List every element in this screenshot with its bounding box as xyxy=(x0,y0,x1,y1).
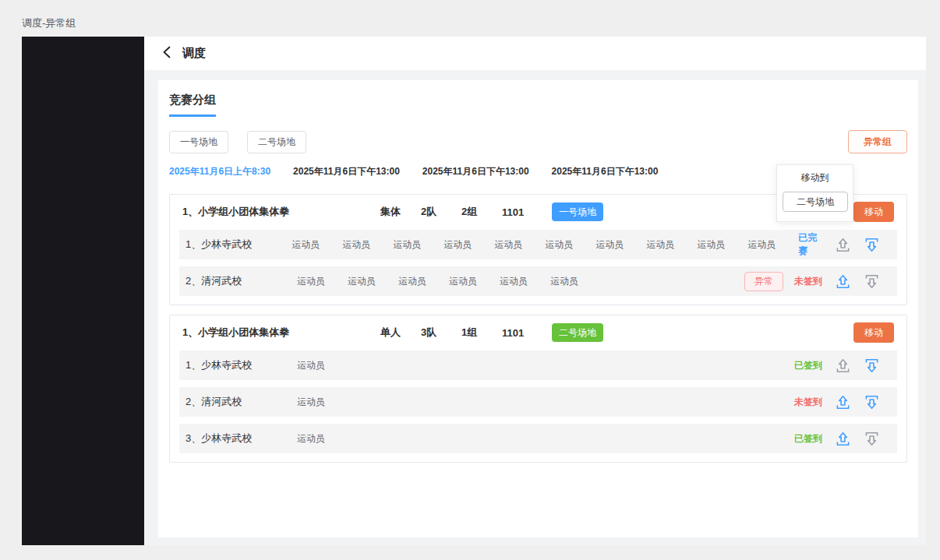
athlete-chip: 运动员 xyxy=(348,275,398,288)
popup-venue-option[interactable]: 二号场地 xyxy=(783,192,848,212)
athlete-chip: 运动员 xyxy=(697,238,747,252)
move-down-button[interactable] xyxy=(864,431,880,447)
signin-status: 已完赛 xyxy=(798,231,822,258)
athlete-chip: 运动员 xyxy=(443,238,494,252)
athlete-list: 运动员 xyxy=(297,359,348,372)
group-type: 集体 xyxy=(380,205,421,219)
group-team-count: 3队 xyxy=(421,326,461,340)
group-group-count: 1组 xyxy=(461,326,502,340)
signin-status: 已签到 xyxy=(794,359,822,372)
move-down-button[interactable] xyxy=(864,357,880,374)
athlete-chip: 运动员 xyxy=(342,238,393,252)
team-rows: 1、少林寺武校 运动员运动员运动员运动员运动员运动员运动员运动员运动员运动员 已… xyxy=(179,230,897,296)
athlete-chip: 运动员 xyxy=(297,396,348,409)
window-title: 调度-异常组 xyxy=(22,16,76,30)
move-to-popup: 移动到 二号场地 xyxy=(776,164,853,222)
move-button[interactable]: 移动 xyxy=(853,202,894,222)
team-rows: 1、少林寺武校 运动员 已签到 xyxy=(179,350,897,453)
arrow-up-tray-icon xyxy=(835,394,851,410)
team-row: 3、少林寺武校 运动员 已签到 xyxy=(179,424,897,453)
arrow-down-tray-icon xyxy=(864,273,880,290)
move-up-button[interactable] xyxy=(835,357,851,374)
group-name: 1、小学组小团体集体拳 xyxy=(179,205,380,219)
athlete-list: 运动员 xyxy=(297,396,348,409)
arrow-down-tray-icon xyxy=(864,357,880,374)
app-frame: 调度 竞赛分组 一号场地 二号场地 异常组 2025年11月6日上午8:30 2… xyxy=(144,37,926,545)
athlete-chip: 运动员 xyxy=(398,275,449,288)
group-code: 1101 xyxy=(502,206,552,218)
venue-tabs: 一号场地 二号场地 xyxy=(169,131,325,153)
team-name: 3、少林寺武校 xyxy=(186,431,297,446)
athlete-list: 运动员运动员运动员运动员运动员运动员运动员运动员运动员运动员 xyxy=(292,238,798,252)
athlete-chip: 运动员 xyxy=(646,238,697,252)
athlete-chip: 运动员 xyxy=(500,275,550,288)
athlete-chip: 运动员 xyxy=(595,238,646,252)
arrow-up-tray-icon xyxy=(835,273,851,290)
group-type: 单人 xyxy=(380,326,421,340)
team-row: 2、清河武校 运动员运动员运动员运动员运动员运动员 异常 未签到 xyxy=(179,266,897,296)
athlete-chip: 运动员 xyxy=(550,275,601,288)
groups-container: 1、小学组小团体集体拳 集体 2队 2组 1101 一号场地 移动 1、少林寺武… xyxy=(169,194,907,463)
team-name: 2、清河武校 xyxy=(186,395,297,409)
popup-title: 移动到 xyxy=(783,171,847,185)
abnormal-badge: 异常 xyxy=(744,272,783,291)
row-actions: 已签到 xyxy=(794,357,880,374)
row-actions: 异常 未签到 xyxy=(744,272,880,291)
group-name: 1、小学组小团体集体拳 xyxy=(179,326,380,340)
athlete-chip: 运动员 xyxy=(297,432,348,446)
venue-badge: 二号场地 xyxy=(552,323,603,342)
athlete-chip: 运动员 xyxy=(297,275,348,288)
venue-tab-button[interactable]: 二号场地 xyxy=(247,131,306,153)
group-code: 1101 xyxy=(502,327,552,339)
venue-badge: 一号场地 xyxy=(552,203,603,221)
date-tab[interactable]: 2025年11月6日下午13:00 xyxy=(422,165,529,178)
date-tab[interactable]: 2025年11月6日下午13:00 xyxy=(552,165,659,178)
signin-status: 未签到 xyxy=(794,275,822,288)
athlete-chip: 运动员 xyxy=(494,238,545,252)
back-button[interactable] xyxy=(161,46,172,61)
group-header: 1、小学组小团体集体拳 单人 3队 1组 1101 二号场地 移动 xyxy=(179,322,897,343)
move-down-button[interactable] xyxy=(864,394,880,410)
athlete-chip: 运动员 xyxy=(297,359,348,372)
arrow-up-tray-icon xyxy=(835,357,851,374)
move-up-button[interactable] xyxy=(835,237,851,253)
row-actions: 已完赛 xyxy=(798,231,880,258)
page-title: 调度 xyxy=(182,46,206,61)
group-team-count: 2队 xyxy=(421,205,461,219)
signin-status: 未签到 xyxy=(794,396,822,409)
group-group-count: 2组 xyxy=(461,205,502,219)
date-tab[interactable]: 2025年11月6日上午8:30 xyxy=(169,165,270,178)
arrow-down-tray-icon xyxy=(864,394,880,410)
move-up-button[interactable] xyxy=(835,431,851,447)
app-header: 调度 xyxy=(144,37,926,70)
team-name: 2、清河武校 xyxy=(186,274,297,288)
athlete-list: 运动员 xyxy=(297,432,348,446)
abnormal-group-button[interactable]: 异常组 xyxy=(848,130,907,153)
venue-tab-button[interactable]: 一号场地 xyxy=(169,131,228,153)
arrow-up-tray-icon xyxy=(835,237,851,253)
athlete-chip: 运动员 xyxy=(292,238,342,252)
athlete-chip: 运动员 xyxy=(747,238,798,252)
move-down-button[interactable] xyxy=(864,273,880,290)
move-up-button[interactable] xyxy=(835,273,851,290)
main-panel: 竞赛分组 一号场地 二号场地 异常组 2025年11月6日上午8:30 2025… xyxy=(158,80,918,537)
left-dark-panel xyxy=(22,37,144,545)
move-up-button[interactable] xyxy=(835,394,851,410)
team-name: 1、少林寺武校 xyxy=(186,358,297,372)
team-row: 2、清河武校 运动员 未签到 xyxy=(179,387,897,417)
athlete-chip: 运动员 xyxy=(449,275,500,288)
team-name: 1、少林寺武校 xyxy=(186,238,292,252)
athlete-chip: 运动员 xyxy=(393,238,443,252)
team-row: 1、少林寺武校 运动员运动员运动员运动员运动员运动员运动员运动员运动员运动员 已… xyxy=(179,230,897,259)
athlete-list: 运动员运动员运动员运动员运动员运动员 xyxy=(297,275,601,288)
signin-status: 已签到 xyxy=(794,432,822,446)
move-button[interactable]: 移动 xyxy=(853,322,894,343)
date-tab[interactable]: 2025年11月6日下午13:00 xyxy=(293,165,400,178)
arrow-up-tray-icon xyxy=(835,431,851,447)
arrow-down-tray-icon xyxy=(864,431,880,447)
row-actions: 已签到 xyxy=(794,431,880,447)
move-down-button[interactable] xyxy=(864,237,880,253)
arrow-down-tray-icon xyxy=(864,237,880,253)
athlete-chip: 运动员 xyxy=(545,238,595,252)
team-row: 1、少林寺武校 运动员 已签到 xyxy=(179,350,897,380)
